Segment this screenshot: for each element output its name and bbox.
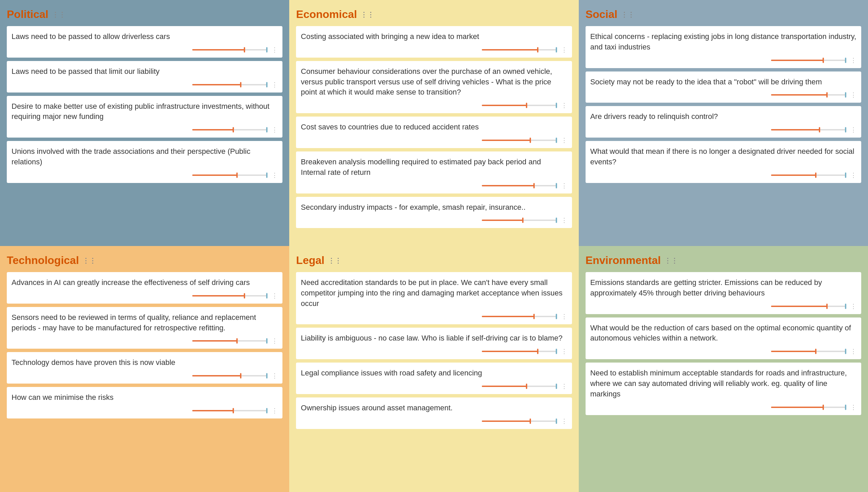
environmental-card-1-slider-end xyxy=(845,349,846,354)
political-card-3-text: Unions involved with the trade associati… xyxy=(12,146,278,167)
legal-card-3-slider-thumb[interactable] xyxy=(530,418,531,424)
legal-card-0-slider[interactable] xyxy=(482,316,556,317)
political-card-3-slider[interactable] xyxy=(192,175,267,176)
legal-card-2-slider-thumb[interactable] xyxy=(526,384,527,389)
political-card-2-dots-icon[interactable]: ⋮ xyxy=(272,126,278,134)
legal-card-3-slider[interactable] xyxy=(482,421,556,422)
technological-card-0-dots-icon[interactable]: ⋮ xyxy=(272,292,278,300)
political-card-0-dots-icon[interactable]: ⋮ xyxy=(272,46,278,54)
environmental-card-2-slider[interactable] xyxy=(771,407,846,408)
economical-card-1-dots-icon[interactable]: ⋮ xyxy=(561,102,567,109)
economical-card-2-dots-icon[interactable]: ⋮ xyxy=(561,137,567,144)
environmental-card-0: Emissions standards are getting stricter… xyxy=(586,272,861,314)
environmental-drag-icon[interactable]: ⋮⋮ xyxy=(664,257,678,265)
legal-card-2-dots-icon[interactable]: ⋮ xyxy=(561,383,567,390)
environmental-card-1-dots-icon[interactable]: ⋮ xyxy=(850,348,856,355)
technological-card-3-dots-icon[interactable]: ⋮ xyxy=(272,407,278,414)
environmental-card-1-slider[interactable] xyxy=(771,351,846,352)
environmental-card-2-dots-icon[interactable]: ⋮ xyxy=(850,404,856,411)
quadrant-political: Political⋮⋮Laws need to be passed to all… xyxy=(0,0,289,246)
legal-card-2-slider[interactable] xyxy=(482,386,556,387)
technological-card-1-slider-end xyxy=(266,338,268,344)
environmental-card-0-dots-icon[interactable]: ⋮ xyxy=(850,303,856,310)
technological-card-0-slider[interactable] xyxy=(192,295,267,296)
political-card-2-slider-fill xyxy=(192,129,233,130)
social-card-1-slider-fill xyxy=(771,94,827,96)
political-card-1-slider[interactable] xyxy=(192,84,267,85)
political-card-1-dots-icon[interactable]: ⋮ xyxy=(272,81,278,88)
political-card-2-slider[interactable] xyxy=(192,129,267,130)
legal-drag-icon[interactable]: ⋮⋮ xyxy=(328,257,341,265)
social-card-0-slider-thumb[interactable] xyxy=(823,58,824,63)
legal-card-1-slider[interactable] xyxy=(482,351,556,352)
economical-drag-icon[interactable]: ⋮⋮ xyxy=(360,11,374,19)
political-drag-icon[interactable]: ⋮⋮ xyxy=(52,11,65,19)
legal-card-1-slider-thumb[interactable] xyxy=(537,349,538,354)
economical-card-0-dots-icon[interactable]: ⋮ xyxy=(561,46,567,54)
social-card-3-dots-icon[interactable]: ⋮ xyxy=(850,171,856,179)
political-card-3-slider-thumb[interactable] xyxy=(236,172,238,178)
legal-card-2-slider-fill xyxy=(482,386,527,387)
social-card-1-dots-icon[interactable]: ⋮ xyxy=(850,91,856,99)
technological-card-3-slider-thumb[interactable] xyxy=(233,408,234,413)
economical-card-1-slider[interactable] xyxy=(482,105,556,106)
technological-card-1-slider[interactable] xyxy=(192,340,267,342)
economical-card-3-dots-icon[interactable]: ⋮ xyxy=(561,182,567,189)
legal-card-0-controls: ⋮ xyxy=(301,313,567,322)
environmental-card-0-slider-thumb[interactable] xyxy=(826,304,828,309)
environmental-card-2-slider-thumb[interactable] xyxy=(823,405,824,410)
social-card-2-slider[interactable] xyxy=(771,129,846,130)
legal-card-1-dots-icon[interactable]: ⋮ xyxy=(561,348,567,355)
social-card-2-controls: ⋮ xyxy=(590,126,856,135)
economical-card-4-dots-icon[interactable]: ⋮ xyxy=(561,217,567,224)
political-card-2-slider-thumb[interactable] xyxy=(233,127,234,132)
technological-card-2-slider[interactable] xyxy=(192,375,267,376)
economical-card-2-text: Cost saves to countries due to reduced a… xyxy=(301,122,567,132)
environmental-card-1-slider-thumb[interactable] xyxy=(815,349,816,354)
economical-card-2-slider[interactable] xyxy=(482,140,556,141)
technological-card-2-slider-thumb[interactable] xyxy=(240,373,241,378)
economical-card-4-slider[interactable] xyxy=(482,220,556,221)
technological-card-3-slider[interactable] xyxy=(192,410,267,411)
quadrant-technological: Technological⋮⋮Advances in AI can greatl… xyxy=(0,246,289,492)
technological-card-1-dots-icon[interactable]: ⋮ xyxy=(272,337,278,345)
economical-card-2-slider-thumb[interactable] xyxy=(530,138,531,143)
legal-card-0-dots-icon[interactable]: ⋮ xyxy=(561,313,567,320)
political-card-1-slider-thumb[interactable] xyxy=(240,82,241,87)
social-card-0-dots-icon[interactable]: ⋮ xyxy=(850,57,856,64)
technological-card-2-dots-icon[interactable]: ⋮ xyxy=(272,372,278,380)
social-card-3-slider[interactable] xyxy=(771,175,846,176)
social-card-1-slider-thumb[interactable] xyxy=(826,92,828,98)
legal-card-2-slider-end xyxy=(556,384,557,389)
economical-card-4-slider-thumb[interactable] xyxy=(522,218,524,223)
social-card-2-slider-thumb[interactable] xyxy=(819,127,820,132)
economical-card-0-slider-thumb[interactable] xyxy=(537,47,538,53)
economical-card-3-controls: ⋮ xyxy=(301,182,567,191)
social-card-1-slider[interactable] xyxy=(771,94,846,96)
social-card-3-slider-thumb[interactable] xyxy=(815,172,816,178)
political-card-0-slider[interactable] xyxy=(192,49,267,50)
legal-card-0: Need accreditation standards to be put i… xyxy=(296,272,572,324)
economical-card-3-slider[interactable] xyxy=(482,185,556,186)
social-card-0-text: Ethical concerns - replacing existing jo… xyxy=(590,32,856,53)
technological-card-1-slider-thumb[interactable] xyxy=(236,338,238,344)
economical-card-1-slider-thumb[interactable] xyxy=(526,103,527,108)
social-card-2-dots-icon[interactable]: ⋮ xyxy=(850,126,856,134)
economical-card-3-slider-thumb[interactable] xyxy=(533,183,535,188)
economical-card-0-slider[interactable] xyxy=(482,49,556,50)
social-drag-icon[interactable]: ⋮⋮ xyxy=(621,11,634,19)
social-card-3: What would that mean if there is no long… xyxy=(586,141,861,183)
social-card-2-text: Are drivers ready to relinquish control? xyxy=(590,111,856,122)
political-card-0-controls: ⋮ xyxy=(12,46,278,55)
environmental-card-0-slider[interactable] xyxy=(771,306,846,307)
social-card-0-slider[interactable] xyxy=(771,60,846,61)
economical-card-2-slider-fill xyxy=(482,140,530,141)
political-card-0-slider-thumb[interactable] xyxy=(244,47,245,53)
legal-card-3-dots-icon[interactable]: ⋮ xyxy=(561,417,567,425)
environmental-card-1-slider-fill xyxy=(771,351,816,352)
technological-card-0-slider-thumb[interactable] xyxy=(244,293,245,299)
political-card-3-dots-icon[interactable]: ⋮ xyxy=(272,171,278,179)
technological-card-1-slider-fill xyxy=(192,340,237,342)
technological-drag-icon[interactable]: ⋮⋮ xyxy=(82,257,96,265)
legal-card-0-slider-thumb[interactable] xyxy=(533,314,535,319)
